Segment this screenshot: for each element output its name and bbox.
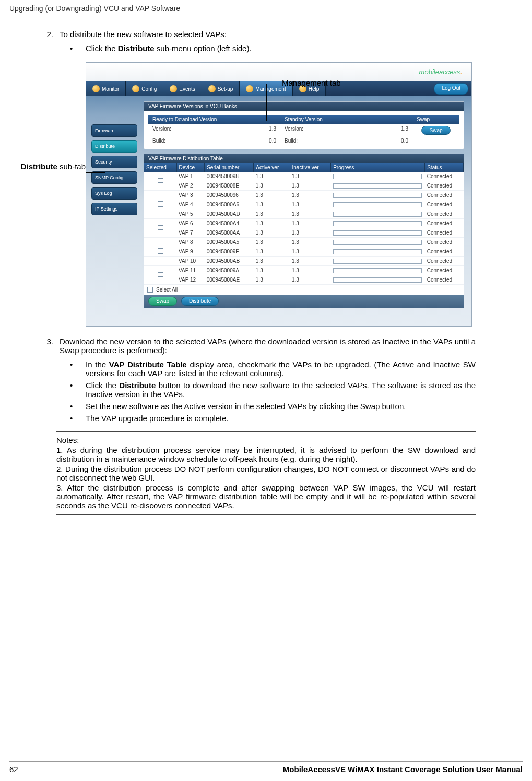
- row-checkbox[interactable]: [158, 201, 163, 207]
- nav-setup[interactable]: Set-up: [202, 81, 240, 96]
- row-checkbox[interactable]: [158, 211, 163, 216]
- progress-bar: [333, 230, 422, 236]
- sidebar-ipsettings[interactable]: IP Settings: [91, 203, 137, 215]
- row-status: Connected: [425, 191, 464, 200]
- bullet-dot: •: [70, 44, 86, 53]
- bullet-dot: •: [70, 402, 86, 411]
- row-active: 1.3: [254, 257, 290, 266]
- bullet-text: In the VAP Distribute Table display area…: [86, 360, 476, 378]
- row-progress: [331, 172, 425, 181]
- select-all-checkbox[interactable]: [147, 287, 153, 293]
- row-checkbox[interactable]: [158, 276, 163, 282]
- row-inactive: 1.3: [290, 219, 331, 228]
- row-checkbox[interactable]: [158, 248, 163, 254]
- row-status: Connected: [425, 209, 464, 219]
- bullet: • In the VAP Distribute Table display ar…: [70, 360, 476, 378]
- table-row: VAP 8000945000A51.31.3Connected: [144, 238, 464, 247]
- sidebar: Firmware Distribute Security SNMP Config…: [91, 101, 137, 319]
- row-progress: [331, 275, 425, 285]
- row-status: Connected: [425, 181, 464, 191]
- step-text: Download the new version to the selected…: [60, 337, 476, 355]
- row-active: 1.3: [254, 266, 290, 275]
- row-active: 1.3: [254, 247, 290, 257]
- sidebar-distribute[interactable]: Distribute: [91, 140, 137, 153]
- nav-events[interactable]: Events: [163, 81, 202, 96]
- sidebar-syslog[interactable]: Sys Log: [91, 187, 137, 200]
- callout-distribute-subtab: Distribute sub-tab: [19, 162, 86, 172]
- select-all[interactable]: Select All: [144, 285, 464, 295]
- table-row: VAP 10000945000AB1.31.3Connected: [144, 257, 464, 266]
- note-2: 2. During the distribution process DO NO…: [56, 464, 476, 482]
- row-active: 1.3: [254, 238, 290, 247]
- row-checkbox[interactable]: [158, 239, 163, 244]
- col-serial: Serial number: [205, 163, 254, 172]
- note-3: 3. After the distribution process is com…: [56, 483, 476, 510]
- row-device: VAP 7: [176, 228, 205, 238]
- banks-title: VAP Firmware Versions in VCU Banks: [144, 102, 464, 111]
- row-checkbox-cell: [144, 172, 176, 181]
- step-3: 3. Download the new version to the selec…: [41, 337, 476, 355]
- progress-bar: [333, 221, 422, 226]
- progress-bar: [333, 183, 422, 189]
- logo: mobileaccess.: [419, 68, 462, 76]
- row-serial: 0009450009A: [205, 266, 254, 275]
- row-serial: 000945000AB: [205, 257, 254, 266]
- action-distribute-button[interactable]: Distribute: [181, 297, 219, 306]
- row-checkbox[interactable]: [158, 173, 163, 179]
- bank-header-ready: Ready to Download Version: [148, 115, 280, 124]
- callout-line: [266, 84, 279, 84]
- config-icon: [132, 85, 139, 92]
- row-progress: [331, 247, 425, 257]
- row-status: Connected: [425, 247, 464, 257]
- table-row: VAP 110009450009A1.31.3Connected: [144, 266, 464, 275]
- row-active: 1.3: [254, 181, 290, 191]
- monitor-icon: [92, 85, 100, 92]
- row-checkbox-cell: [144, 266, 176, 275]
- row-checkbox-cell: [144, 200, 176, 209]
- action-swap-button[interactable]: Swap: [148, 297, 177, 306]
- row-checkbox[interactable]: [158, 220, 163, 226]
- progress-bar: [333, 259, 422, 264]
- row-inactive: 1.3: [290, 191, 331, 200]
- row-checkbox-cell: [144, 209, 176, 219]
- row-inactive: 1.3: [290, 257, 331, 266]
- dist-panel: VAP Firmware Distribution Table Selected…: [144, 154, 464, 308]
- nav-monitor[interactable]: Monitor: [86, 81, 126, 96]
- sidebar-security[interactable]: Security: [91, 156, 137, 168]
- row-checkbox[interactable]: [158, 267, 163, 273]
- row-checkbox-cell: [144, 238, 176, 247]
- logout-button[interactable]: Log Out: [434, 83, 468, 95]
- row-checkbox[interactable]: [158, 192, 163, 197]
- col-selected: Selected: [144, 163, 176, 172]
- row-serial: 000945000AE: [205, 275, 254, 285]
- row-inactive: 1.3: [290, 181, 331, 191]
- row-device: VAP 4: [176, 200, 205, 209]
- bank-header-swap: Swap: [412, 115, 459, 124]
- callout-distribute-rest: sub-tab: [57, 162, 86, 171]
- nav-config[interactable]: Config: [126, 81, 163, 96]
- row-status: Connected: [425, 238, 464, 247]
- row-inactive: 1.3: [290, 247, 331, 257]
- sidebar-snmp[interactable]: SNMP Config: [91, 171, 137, 184]
- row-device: VAP 3: [176, 191, 205, 200]
- bank-standby-build: Build:0.0: [280, 138, 412, 144]
- progress-bar: [333, 193, 422, 198]
- row-checkbox[interactable]: [158, 258, 163, 263]
- progress-bar: [333, 240, 422, 245]
- row-inactive: 1.3: [290, 228, 331, 238]
- table-row: VAP 4000945000A61.31.3Connected: [144, 200, 464, 209]
- bank-standby-version: Version:1.3: [280, 126, 412, 135]
- row-checkbox[interactable]: [158, 229, 163, 235]
- row-device: VAP 11: [176, 266, 205, 275]
- swap-button[interactable]: Swap: [421, 126, 450, 135]
- sidebar-firmware[interactable]: Firmware: [91, 124, 137, 137]
- row-status: Connected: [425, 257, 464, 266]
- table-row: VAP 5000945000AD1.31.3Connected: [144, 209, 464, 219]
- row-serial: 000945000A5: [205, 238, 254, 247]
- row-inactive: 1.3: [290, 266, 331, 275]
- row-inactive: 1.3: [290, 275, 331, 285]
- progress-bar: [333, 202, 422, 207]
- row-checkbox[interactable]: [158, 182, 163, 188]
- step-number: 2.: [41, 30, 60, 39]
- row-device: VAP 2: [176, 181, 205, 191]
